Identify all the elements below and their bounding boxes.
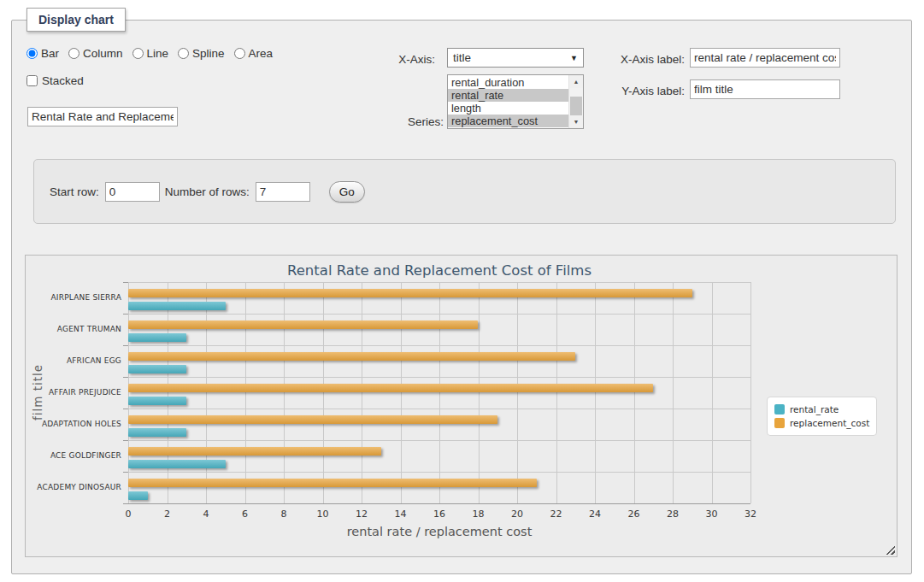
replacement_cost-bar[interactable] [128, 479, 537, 487]
series-option-rental_rate[interactable]: rental_rate [448, 89, 568, 102]
x-axis-title: rental rate / replacement cost [128, 525, 750, 538]
chart-type-radio-area[interactable] [234, 48, 245, 59]
gridline-vertical [206, 282, 207, 503]
x-tick-label: 18 [473, 509, 485, 520]
chart-type-label: Column [83, 47, 123, 60]
x-tick-label: 2 [164, 509, 170, 520]
scrollbar-thumb[interactable] [570, 97, 582, 116]
y-axis-tick [123, 440, 128, 441]
gridline-vertical [556, 282, 557, 503]
gridline-vertical [595, 282, 596, 503]
fieldset-legend: Display chart [26, 8, 126, 32]
chevron-down-icon: ▼ [570, 54, 578, 62]
chart-type-option-area[interactable]: Area [234, 47, 274, 60]
gridline-horizontal [128, 345, 750, 346]
replacement_cost-bar[interactable] [128, 415, 497, 424]
x-tick-label: 4 [203, 509, 209, 520]
chart-type-option-column[interactable]: Column [68, 47, 123, 60]
x-axis-select[interactable]: title ▼ [447, 48, 584, 68]
gridline-vertical [362, 282, 362, 503]
gridline-vertical [439, 282, 440, 503]
series-option-rental_duration[interactable]: rental_duration [448, 76, 568, 89]
chart-type-label: Spline [192, 47, 225, 60]
display-chart-fieldset: Display chart BarColumnLineSplineArea St… [11, 20, 912, 574]
gridline-horizontal [128, 440, 750, 441]
x-tick-label: 6 [242, 509, 248, 520]
legend-label: rental_rate [790, 404, 839, 414]
resize-handle-icon[interactable] [886, 545, 895, 555]
category-label: AFFAIR PREJUDICE [26, 388, 121, 397]
stacked-label: Stacked [42, 74, 84, 87]
listbox-scrollbar[interactable]: ▲ ▼ [568, 75, 583, 128]
legend-item-rental_rate[interactable]: rental_rate [774, 403, 869, 416]
x-tick-label: 24 [589, 509, 601, 520]
y-axis-tick [123, 409, 128, 409]
rental_rate-bar[interactable] [128, 397, 186, 405]
replacement_cost-bar[interactable] [128, 352, 575, 361]
start-row-input[interactable] [105, 182, 160, 202]
gridline-horizontal [128, 314, 750, 315]
gridline-horizontal [128, 377, 750, 378]
scroll-up-icon[interactable]: ▲ [569, 75, 583, 88]
x-tick-label: 28 [667, 509, 679, 520]
x-tick-label: 8 [281, 509, 287, 520]
category-label: ACADEMY DINOSAUR [26, 483, 121, 491]
chart-type-radio-spline[interactable] [178, 48, 189, 59]
x-tick-label: 12 [356, 509, 368, 520]
rental_rate-bar[interactable] [128, 365, 186, 373]
chart-type-option-line[interactable]: Line [132, 47, 169, 60]
rental_rate-bar[interactable] [128, 333, 186, 342]
category-label: ACE GOLDFINGER [26, 451, 121, 460]
number-of-rows-caption: Number of rows: [165, 185, 250, 198]
rental_rate-bar[interactable] [128, 302, 226, 310]
chart-type-radio-line[interactable] [132, 48, 144, 59]
y-axis-tick [123, 345, 128, 346]
chart-type-radio-bar[interactable] [26, 48, 38, 59]
series-options: rental_durationrental_ratelengthreplacem… [448, 76, 568, 128]
replacement_cost-bar[interactable] [128, 320, 478, 329]
series-option-length[interactable]: length [448, 102, 568, 115]
x-axis-select-value: title [453, 51, 570, 64]
series-option-replacement_cost[interactable]: replacement_cost [448, 115, 568, 127]
gridline-vertical [401, 282, 402, 503]
scroll-down-icon[interactable]: ▼ [569, 115, 583, 128]
gridline-vertical [673, 282, 674, 503]
y-axis-tick [123, 472, 128, 473]
replacement_cost-bar[interactable] [128, 384, 653, 392]
gridline-vertical [128, 282, 129, 503]
gridline-vertical [168, 282, 168, 503]
x-tick-label: 10 [317, 509, 329, 520]
y-axis-tick [123, 503, 128, 504]
legend-swatch [774, 404, 785, 414]
number-of-rows-input[interactable] [256, 182, 310, 202]
chart-title: Rental Rate and Replacement Cost of Film… [128, 262, 750, 279]
category-label: ADAPTATION HOLES [26, 420, 121, 428]
chart-type-label: Bar [41, 47, 59, 60]
gridline-vertical [750, 282, 751, 503]
chart-type-radio-column[interactable] [68, 48, 79, 59]
go-button[interactable]: Go [329, 181, 365, 203]
x-tick-label: 32 [744, 509, 756, 520]
replacement_cost-bar[interactable] [128, 289, 692, 297]
chart-name-input[interactable] [27, 107, 178, 126]
y-axis-label-input[interactable] [690, 79, 840, 99]
legend-swatch [774, 418, 785, 428]
rental_rate-bar[interactable] [128, 491, 148, 500]
y-axis-tick [123, 314, 128, 315]
rental_rate-bar[interactable] [128, 428, 186, 437]
legend-item-replacement_cost[interactable]: replacement_cost [774, 416, 869, 430]
plot-area [128, 282, 750, 503]
rental_rate-bar[interactable] [128, 460, 226, 468]
replacement_cost-bar[interactable] [128, 447, 381, 456]
x-axis-label-caption: X-Axis label: [609, 53, 685, 66]
stacked-checkbox-row[interactable]: Stacked [26, 74, 84, 87]
chart-panel: Rental Rate and Replacement Cost of Film… [25, 255, 898, 557]
chart-type-option-spline[interactable]: Spline [178, 47, 225, 60]
x-tick-label: 20 [511, 509, 523, 520]
chart-type-option-bar[interactable]: Bar [26, 47, 59, 60]
x-tick-label: 16 [433, 509, 445, 520]
x-axis-label-input[interactable] [690, 48, 840, 68]
stacked-checkbox[interactable] [26, 75, 38, 86]
gridline-vertical [323, 282, 324, 503]
series-listbox[interactable]: rental_durationrental_ratelengthreplacem… [447, 74, 584, 129]
